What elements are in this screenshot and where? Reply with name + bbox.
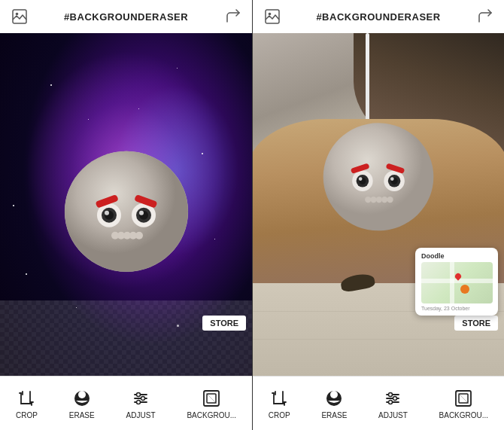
left-canvas[interactable]: STORE [0, 33, 252, 376]
adjust-label-left: ADJUST [126, 411, 156, 419]
svg-point-43 [370, 197, 376, 203]
adjust-tool-right[interactable]: ADJUST [372, 385, 414, 422]
share-icon-left[interactable] [222, 6, 243, 27]
erase-tool-right[interactable]: ERASE [315, 385, 353, 422]
transparency-checker [0, 300, 252, 376]
doodle-title: Doodle [421, 252, 492, 260]
crop-icon-left [16, 388, 37, 409]
svg-point-54 [389, 392, 393, 396]
crop-label-left: CROP [16, 411, 38, 419]
svg-point-56 [389, 400, 393, 404]
svg-point-45 [381, 197, 387, 203]
crop-label-right: CROP [269, 411, 290, 419]
erase-icon-left [71, 388, 93, 409]
svg-point-44 [376, 197, 382, 203]
image-icon-left[interactable] [9, 6, 30, 27]
right-canvas[interactable]: STORE Doodle Tuesday, 23 October [253, 33, 504, 376]
speaker-right [317, 114, 441, 241]
svg-point-55 [393, 396, 397, 400]
right-panel: #BACKGROUNDERASER [252, 0, 504, 430]
left-header: #BACKGROUNDERASER [0, 0, 252, 33]
svg-point-8 [105, 210, 109, 215]
erase-label-left: ERASE [69, 411, 95, 419]
svg-point-32 [269, 13, 272, 16]
background-label-right: BACKGROU... [439, 411, 489, 419]
svg-point-22 [78, 391, 86, 398]
background-tool-right[interactable]: BACKGROU... [433, 385, 495, 422]
erase-label-right: ERASE [321, 411, 347, 419]
left-panel: #BACKGROUNDERASER [0, 0, 252, 430]
svg-point-50 [330, 391, 338, 398]
background-tool-left[interactable]: BACKGROU... [181, 385, 242, 422]
crop-tool-left[interactable]: CROP [10, 385, 44, 422]
svg-point-26 [137, 392, 141, 396]
adjust-tool-left[interactable]: ADJUST [120, 385, 162, 422]
right-title: #BACKGROUNDERASER [316, 11, 440, 23]
right-header: #BACKGROUNDERASER [253, 0, 504, 33]
svg-point-41 [390, 177, 394, 181]
background-icon-left [201, 388, 222, 409]
store-button-left[interactable]: STORE [202, 316, 246, 331]
erase-icon-right [323, 388, 345, 409]
background-label-left: BACKGROU... [187, 411, 236, 419]
speaker-left [55, 136, 198, 279]
svg-point-33 [323, 123, 434, 230]
svg-point-17 [135, 231, 143, 239]
erase-tool-left[interactable]: ERASE [63, 385, 101, 422]
svg-point-12 [139, 210, 144, 215]
svg-point-1 [16, 13, 19, 16]
image-icon-right[interactable] [262, 6, 283, 27]
adjust-label-right: ADJUST [378, 411, 408, 419]
svg-point-28 [137, 400, 141, 404]
crop-icon-right [269, 388, 290, 409]
right-toolbar: CROP ERASE [253, 376, 504, 430]
svg-point-3 [65, 151, 188, 271]
left-title: #BACKGROUNDERASER [64, 11, 188, 23]
svg-point-42 [365, 197, 371, 203]
crop-tool-right[interactable]: CROP [263, 385, 296, 422]
svg-point-46 [387, 197, 393, 203]
adjust-icon-right [382, 388, 403, 409]
store-button-right[interactable]: STORE [454, 316, 498, 331]
background-icon-right [453, 388, 474, 409]
doodle-map [421, 262, 493, 303]
left-toolbar: CROP ERASE [0, 376, 252, 430]
svg-point-37 [359, 177, 363, 181]
doodle-date: Tuesday, 23 October [421, 306, 492, 311]
doodle-popup: Doodle Tuesday, 23 October [415, 248, 498, 316]
svg-point-27 [141, 396, 145, 400]
share-icon-right[interactable] [474, 6, 495, 27]
adjust-icon-left [130, 388, 151, 409]
map-marker [460, 285, 469, 294]
